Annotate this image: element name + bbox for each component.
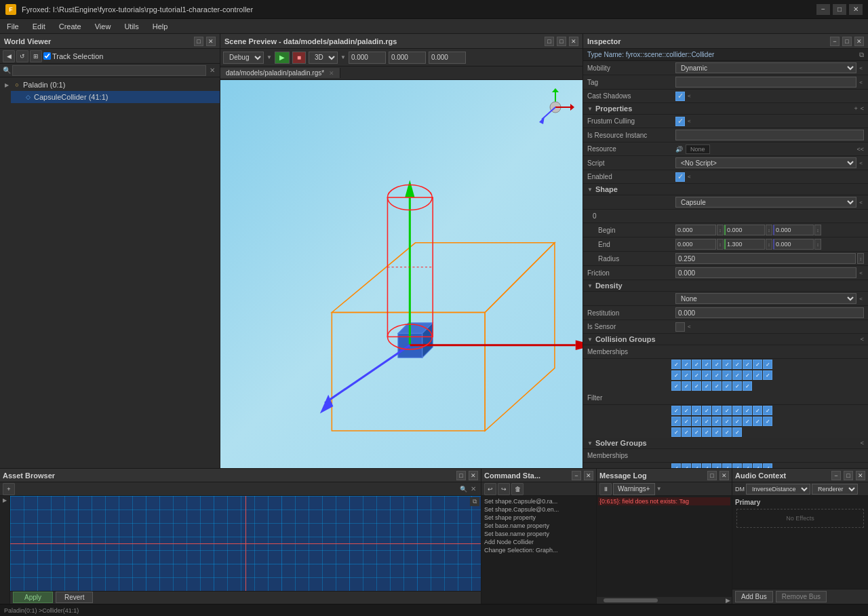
cb[interactable]: ✓ (712, 370, 722, 380)
message-log-float[interactable]: □ (707, 471, 717, 480)
cb[interactable]: ✓ (671, 381, 681, 391)
cb[interactable]: ✓ (702, 406, 711, 415)
audio-float[interactable]: □ (844, 471, 853, 480)
cb[interactable]: ✓ (763, 463, 772, 468)
cb[interactable]: ✓ (702, 381, 711, 391)
cb[interactable]: ✓ (732, 463, 742, 468)
begin-y-stepper[interactable]: ↕ (766, 225, 772, 235)
cb[interactable]: ✓ (712, 463, 722, 468)
cb[interactable]: ✓ (692, 463, 701, 468)
cb[interactable]: ✓ (763, 360, 772, 369)
shape-dropdown[interactable]: Capsule (675, 197, 856, 208)
cb[interactable]: ✓ (682, 417, 691, 426)
radius-input[interactable] (675, 253, 856, 264)
cb[interactable]: ✓ (722, 370, 732, 380)
cb[interactable]: ✓ (671, 406, 681, 415)
cb[interactable]: ✓ (692, 417, 701, 426)
track-selection-checkbox[interactable]: Track Selection (43, 52, 103, 60)
cb[interactable]: ✓ (671, 427, 681, 437)
stop-button[interactable]: ■ (292, 52, 306, 64)
coord-y-input[interactable] (389, 52, 426, 64)
scene-preview-minimize[interactable]: □ (545, 37, 554, 46)
cb[interactable]: ✓ (671, 417, 681, 426)
solver-groups-expand[interactable]: < (861, 440, 864, 446)
asset-browser-float[interactable]: □ (456, 471, 466, 480)
close-button[interactable]: ✕ (849, 4, 863, 15)
radius-stepper[interactable]: ↕ (857, 253, 864, 264)
debug-mode-dropdown[interactable]: Debug (223, 52, 264, 64)
type-copy-icon[interactable]: ⧉ (859, 51, 864, 59)
menu-help[interactable]: Help (146, 21, 175, 32)
density-dropdown[interactable]: None (675, 293, 856, 304)
cb[interactable]: ✓ (682, 381, 691, 391)
mobility-expand[interactable]: < (858, 65, 864, 71)
begin-z-stepper[interactable]: ↕ (814, 225, 821, 235)
is-sensor-checkbox[interactable] (675, 322, 685, 332)
menu-file[interactable]: File (0, 21, 26, 32)
cb[interactable]: ✓ (692, 381, 701, 391)
cb[interactable]: ✓ (671, 360, 681, 369)
cb[interactable]: ✓ (732, 406, 742, 415)
tree-item-capsule-collider[interactable]: ◇ CapsuleCollider (41:1) (11, 91, 220, 103)
cb[interactable]: ✓ (722, 381, 732, 391)
cb[interactable]: ✓ (682, 427, 691, 437)
end-x-stepper[interactable]: ↕ (717, 239, 724, 250)
add-bus-button[interactable]: Add Bus (735, 591, 773, 602)
cb[interactable]: ✓ (753, 417, 762, 426)
cb[interactable]: ✓ (702, 417, 711, 426)
cb[interactable]: ✓ (692, 360, 701, 369)
world-viewer-close-button[interactable]: ✕ (206, 37, 216, 46)
maximize-button[interactable]: □ (833, 4, 846, 15)
coord-x-input[interactable] (349, 52, 386, 64)
cb[interactable]: ✓ (671, 463, 681, 468)
cb[interactable]: ✓ (743, 417, 752, 426)
script-dropdown[interactable]: <No Script> (675, 157, 856, 168)
audio-distance-dropdown[interactable]: InverseDistance (746, 484, 810, 495)
properties-expand[interactable]: < (861, 105, 864, 112)
cb[interactable]: ✓ (743, 381, 752, 391)
is-resource-input[interactable] (675, 130, 864, 140)
cast-shadows-checkbox[interactable]: ✓ (675, 92, 685, 101)
log-pause-button[interactable]: ⏸ (599, 483, 612, 495)
cb[interactable]: ✓ (753, 406, 762, 415)
coord-z-input[interactable] (429, 52, 466, 64)
cb[interactable]: ✓ (692, 370, 701, 380)
cb[interactable]: ✓ (722, 427, 732, 437)
tab-close-icon[interactable]: ✕ (329, 70, 334, 77)
cb[interactable]: ✓ (732, 370, 742, 380)
menu-utils[interactable]: Utils (117, 21, 145, 32)
cb[interactable]: ✓ (732, 381, 742, 391)
search-input[interactable] (12, 65, 206, 76)
cb[interactable]: ✓ (763, 406, 772, 415)
command-station-minimize[interactable]: − (572, 471, 581, 480)
script-expand[interactable]: < (858, 160, 864, 166)
cb[interactable]: ✓ (732, 360, 742, 369)
cmd-undo-button[interactable]: ↩ (484, 483, 496, 495)
cb[interactable]: ✓ (692, 427, 701, 437)
menu-create[interactable]: Create (52, 21, 88, 32)
tree-item-paladin[interactable]: ▶ ○ Paladin (0:1) (0, 79, 220, 91)
cmd-redo-button[interactable]: ↪ (498, 483, 510, 495)
toolbar-refresh-button[interactable]: ↺ (16, 50, 28, 62)
inspector-minimize[interactable]: − (830, 37, 840, 46)
mobility-dropdown[interactable]: Dynamic (675, 62, 856, 73)
cb[interactable]: ✓ (712, 381, 722, 391)
revert-button[interactable]: Revert (56, 592, 93, 603)
cb[interactable]: ✓ (702, 427, 711, 437)
world-viewer-float-button[interactable]: □ (194, 37, 203, 46)
log-scrollbar[interactable]: ▶ (597, 597, 732, 604)
cb[interactable]: ✓ (712, 406, 722, 415)
cb[interactable]: ✓ (682, 370, 691, 380)
cb[interactable]: ✓ (722, 360, 732, 369)
collision-groups-expand[interactable]: < (861, 336, 864, 343)
cb[interactable]: ✓ (702, 463, 711, 468)
friction-input[interactable] (675, 267, 856, 278)
toolbar-back-button[interactable]: ◀ (3, 50, 15, 62)
cb[interactable]: ✓ (743, 370, 752, 380)
log-warnings-button[interactable]: Warnings+ (613, 483, 655, 495)
end-x-input[interactable] (675, 239, 716, 250)
audio-renderer-dropdown[interactable]: Renderer (812, 484, 858, 495)
asset-left-arrow[interactable]: ▶ (3, 497, 7, 503)
toolbar-expand-button[interactable]: ⊞ (30, 50, 42, 62)
tag-input[interactable] (675, 77, 856, 88)
